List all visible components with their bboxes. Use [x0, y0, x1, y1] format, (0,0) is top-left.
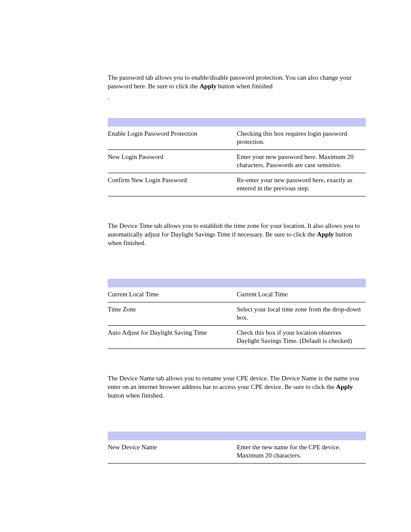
field-desc: Re-enter your new password here, exactly… [237, 173, 366, 196]
field-desc: Current Local Time [237, 287, 366, 302]
table-row: Auto Adjust for Daylight Saving Time Che… [108, 325, 366, 348]
device-name-intro-bold: Apply [336, 383, 353, 390]
device-time-table: Current Local Time Current Local Time Ti… [108, 279, 366, 349]
device-name-intro-before: The Device Name tab allows you to rename… [108, 375, 359, 390]
field-name: Time Zone [108, 302, 237, 325]
password-intro: The password tab allows you to enable/di… [108, 73, 366, 91]
field-name: New Login Password [108, 149, 237, 173]
field-name: New Device Name [108, 440, 237, 464]
password-intro-bold: Apply [199, 83, 216, 90]
table-row: New Device Name Enter the new name for t… [108, 440, 366, 464]
password-table-header [108, 118, 366, 127]
device-time-table-header [108, 279, 366, 287]
field-desc: Select your local time zone from the dro… [237, 302, 366, 325]
table-row: New Login Password Enter your new passwo… [108, 149, 366, 173]
stray-dot: . [108, 93, 366, 101]
password-table: Enable Login Password Protection Checkin… [108, 118, 366, 196]
device-name-table: New Device Name Enter the new name for t… [108, 432, 366, 464]
table-row: Time Zone Select your local time zone fr… [108, 302, 366, 325]
table-row: Confirm New Login Password Re-enter your… [108, 173, 366, 196]
table-row: Enable Login Password Protection Checkin… [108, 127, 366, 150]
device-name-intro-after: button when finished. [108, 392, 164, 399]
password-intro-after: button when finished [216, 83, 272, 90]
field-name: Confirm New Login Password [108, 173, 237, 196]
device-name-intro: The Device Name tab allows you to rename… [108, 374, 366, 400]
device-time-intro-bold: Apply [317, 231, 334, 238]
field-name: Current Local Time [108, 287, 237, 302]
field-desc: Enter the new name for the CPE device. M… [237, 440, 366, 464]
field-desc: Enter your new password here. Maximum 20… [237, 149, 366, 173]
field-name: Auto Adjust for Daylight Saving Time [108, 325, 237, 348]
device-time-intro: The Device Time tab allows you to establ… [108, 221, 366, 248]
device-name-table-header [108, 432, 366, 440]
field-desc: Checking this box requires login passwor… [237, 127, 366, 150]
table-row: Current Local Time Current Local Time [108, 287, 366, 302]
field-name: Enable Login Password Protection [108, 127, 237, 150]
field-desc: Check this box if your location observes… [237, 325, 366, 348]
